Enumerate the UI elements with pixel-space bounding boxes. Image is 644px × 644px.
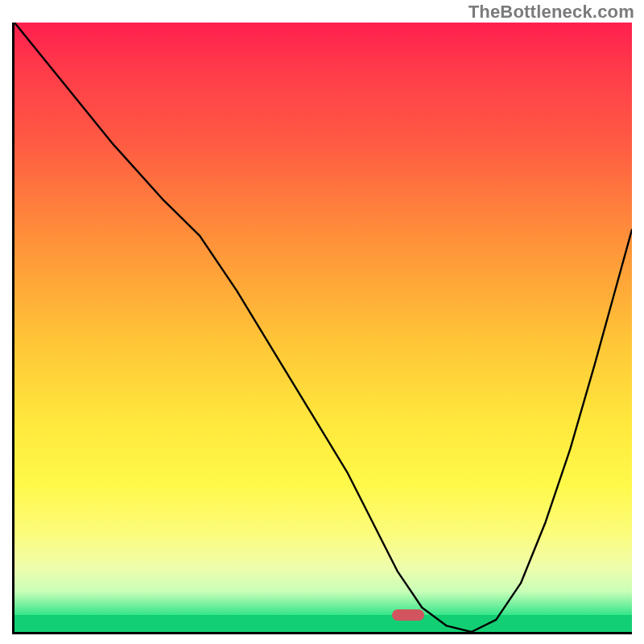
watermark-text: TheBottleneck.com — [469, 2, 634, 23]
chart-area — [12, 23, 632, 634]
green-baseline-bar — [14, 615, 632, 632]
gradient-background — [14, 23, 632, 615]
optimal-point-marker — [392, 609, 424, 621]
